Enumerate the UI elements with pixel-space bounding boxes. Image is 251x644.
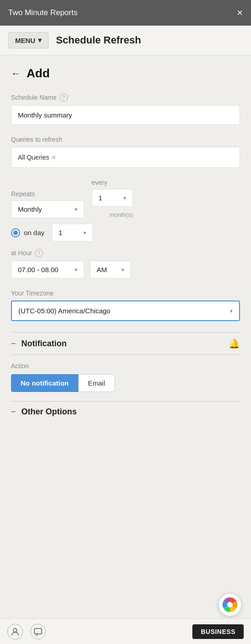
radio-circle	[11, 228, 20, 237]
timezone-chevron-icon: ▾	[230, 308, 233, 314]
every-chevron-icon: ▾	[123, 195, 126, 201]
on-day-select[interactable]: 1 ▾	[52, 224, 93, 242]
svg-point-2	[13, 628, 17, 632]
every-select[interactable]: 1 ▾	[92, 189, 133, 207]
months-label: month(s)	[92, 211, 133, 218]
other-options-minus-icon: −	[11, 407, 16, 417]
all-queries-tag: All Queries ×	[18, 154, 56, 161]
hour-select[interactable]: 07.00 - 08.00 ▾	[11, 261, 84, 279]
on-day-value: 1	[59, 229, 62, 236]
fab-button[interactable]	[218, 593, 242, 617]
ampm-chevron-icon: ▾	[121, 267, 124, 273]
on-day-radio[interactable]: on day	[11, 228, 44, 237]
hour-chevron-icon: ▾	[75, 267, 77, 273]
repeats-select[interactable]: Monthly ▾	[11, 200, 84, 218]
timezone-section: Your Timezone (UTC-05:00) America/Chicag…	[11, 290, 240, 321]
queries-label: Queries to refresh	[11, 136, 240, 143]
page-title: Add	[27, 66, 50, 80]
menu-button[interactable]: MENU ▾	[8, 32, 49, 48]
tag-close-icon[interactable]: ×	[52, 154, 55, 161]
radio-inner	[13, 231, 18, 235]
no-notification-button[interactable]: No notification	[11, 374, 78, 392]
queries-input[interactable]: All Queries ×	[11, 147, 240, 168]
at-hour-label: at Hour ?	[11, 249, 240, 257]
bell-icon: 🔔	[229, 338, 240, 349]
page-header: ← Add	[11, 66, 240, 80]
repeats-label: Repeats	[11, 190, 84, 198]
timezone-value: (UTC-05:00) America/Chicago	[18, 307, 110, 315]
timezone-select[interactable]: (UTC-05:00) America/Chicago ▾	[11, 301, 240, 321]
menu-label: MENU	[15, 37, 35, 44]
repeats-chevron-icon: ▾	[75, 206, 77, 213]
timezone-label: Your Timezone	[11, 290, 240, 297]
schedule-name-section: Schedule Name ?	[11, 93, 240, 125]
menu-chevron-icon: ▾	[38, 36, 42, 44]
business-button[interactable]: BUSINESS	[192, 624, 244, 639]
app-header: Two Minute Reports ×	[0, 0, 251, 26]
repeats-value: Monthly	[18, 205, 42, 213]
on-day-chevron-icon: ▾	[83, 230, 86, 236]
main-content: ← Add Schedule Name ? Queries to refresh…	[0, 55, 251, 468]
svg-rect-3	[34, 628, 42, 634]
notification-title: Notification	[22, 339, 223, 349]
notification-header[interactable]: − Notification 🔔	[11, 332, 240, 355]
app-title: Two Minute Reports	[8, 8, 77, 17]
email-button[interactable]: Email	[78, 374, 115, 392]
chat-icon[interactable]	[30, 624, 46, 639]
close-button[interactable]: ×	[237, 8, 243, 18]
at-hour-help-icon[interactable]: ?	[35, 249, 43, 257]
action-label: Action	[11, 362, 240, 370]
schedule-name-input[interactable]	[11, 105, 240, 125]
action-buttons: No notification Email	[11, 374, 240, 392]
every-label: every	[92, 179, 133, 186]
colorwheel-icon	[222, 596, 238, 613]
sub-header: MENU ▾ Schedule Refresh	[0, 26, 251, 55]
schedule-name-help-icon[interactable]: ?	[60, 93, 68, 102]
at-hour-section: at Hour ? 07.00 - 08.00 ▾ AM ▾	[11, 249, 240, 279]
queries-section: Queries to refresh All Queries ×	[11, 136, 240, 168]
other-options-title: Other Options	[22, 407, 240, 417]
at-hour-row: 07.00 - 08.00 ▾ AM ▾	[11, 261, 240, 279]
ampm-value: AM	[97, 266, 107, 274]
repeats-row: Repeats Monthly ▾ every 1 ▾ month(s)	[11, 179, 240, 218]
repeats-col: Repeats Monthly ▾	[11, 190, 84, 218]
every-col: every 1 ▾ month(s)	[92, 179, 133, 218]
user-icon[interactable]	[7, 624, 23, 639]
notification-section: − Notification 🔔 Action No notification …	[11, 332, 240, 392]
every-value: 1	[98, 194, 102, 202]
other-options-section[interactable]: − Other Options	[11, 401, 240, 422]
bottom-icons	[7, 624, 46, 639]
hour-value: 07.00 - 08.00	[18, 266, 58, 274]
sub-header-title: Schedule Refresh	[56, 34, 141, 46]
on-day-row: on day 1 ▾	[11, 224, 240, 242]
ampm-select[interactable]: AM ▾	[90, 261, 131, 279]
tag-label: All Queries	[18, 154, 49, 161]
minus-icon: −	[11, 339, 16, 349]
svg-point-1	[227, 602, 233, 607]
schedule-name-label: Schedule Name ?	[11, 93, 240, 102]
on-day-label: on day	[24, 229, 44, 236]
bottom-bar: BUSINESS	[0, 618, 251, 644]
back-button[interactable]: ←	[11, 68, 21, 80]
